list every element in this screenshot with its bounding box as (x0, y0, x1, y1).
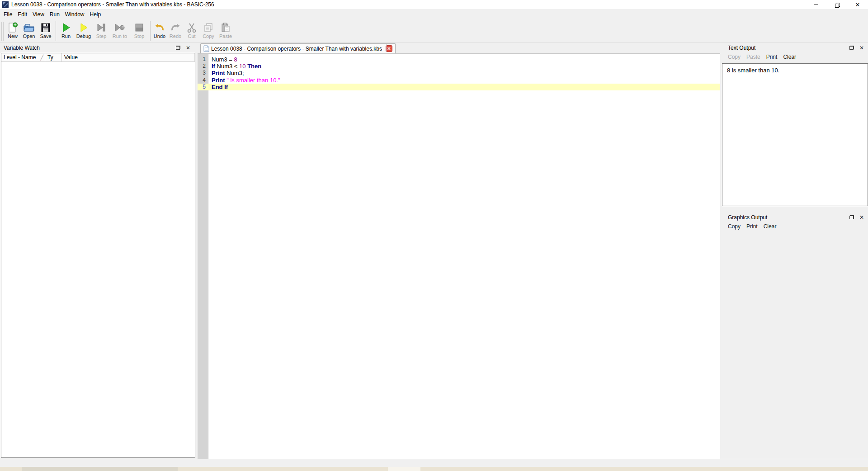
window-title: Lesson 0038 - Comparison operators - Sma… (11, 1, 214, 8)
step-icon (96, 21, 107, 33)
taskbar-active-segment (388, 467, 420, 471)
run-label: Run (61, 33, 71, 39)
open-folder-icon (23, 21, 35, 33)
graphics-output-clear-button[interactable]: Clear (764, 223, 777, 230)
copy-button: Copy (200, 20, 217, 42)
text-output-print-button[interactable]: Print (766, 54, 778, 60)
line-number: 3 (198, 70, 208, 76)
undo-label: Undo (154, 33, 165, 39)
text-output-content[interactable]: 8 is smaller than 10. (722, 63, 868, 206)
variable-watch-float-button[interactable] (175, 44, 182, 51)
cut-button: Cut (184, 20, 200, 42)
column-header-level-name[interactable]: Level - Name╱ (1, 53, 45, 61)
status-bar (0, 459, 868, 467)
close-icon: ✕ (859, 45, 864, 51)
cut-icon (187, 21, 197, 33)
code-line-4[interactable]: 4Print " is smaller than 10." (198, 77, 720, 84)
editor-tab-label: Lesson 0038 - Comparison operators - Sma… (211, 46, 382, 52)
app-logo-icon (2, 1, 9, 8)
undo-icon (154, 21, 165, 33)
line-number: 5 (198, 84, 208, 90)
graphics-output-copy-button[interactable]: Copy (728, 223, 741, 230)
close-button[interactable]: ✕ (847, 0, 868, 9)
open-button[interactable]: Open (21, 20, 37, 42)
text-output-title: Text Output (728, 45, 755, 51)
variable-watch-table: Level - Name╱TyValue (1, 53, 195, 458)
run-icon (61, 21, 71, 33)
text-output-float-button[interactable] (848, 44, 855, 51)
column-header-value[interactable]: Value (62, 53, 195, 61)
float-icon (176, 46, 180, 50)
menu-bar: FileEditViewRunWindowHelp (0, 9, 868, 19)
text-output-close-button[interactable]: ✕ (858, 44, 865, 51)
taskbar-strip[interactable] (0, 467, 868, 471)
menu-view[interactable]: View (30, 10, 47, 19)
debug-label: Debug (76, 33, 91, 39)
code-line-1[interactable]: 1Num3 = 8 (198, 56, 720, 63)
graphics-output-print-button[interactable]: Print (746, 223, 758, 230)
restore-button[interactable] (826, 0, 847, 9)
run-to-label: Run to (113, 33, 127, 39)
menu-window[interactable]: Window (62, 10, 87, 19)
copy-icon (203, 21, 214, 33)
redo-icon (170, 21, 181, 33)
paste-icon (220, 21, 231, 33)
code-text: End If (208, 84, 228, 90)
line-number: 4 (198, 77, 208, 84)
close-icon: ✕ (859, 215, 864, 220)
debug-button[interactable]: Debug (75, 20, 93, 42)
tab-bar-divider (387, 44, 387, 52)
float-icon (849, 46, 854, 50)
menu-help[interactable]: Help (87, 10, 104, 19)
code-text: Print " is smaller than 10." (208, 77, 280, 84)
run-button[interactable]: Run (57, 20, 75, 42)
line-number: 1 (198, 56, 208, 63)
code-lines: 1Num3 = 82If Num3 < 10 Then3Print Num3;4… (198, 56, 720, 90)
text-output-titlebar[interactable]: Text Output ✕ (722, 43, 868, 53)
title-bar: Lesson 0038 - Comparison operators - Sma… (0, 0, 868, 9)
toolbar: NewOpenSaveRunDebugStepRun toStopUndoRed… (0, 19, 868, 43)
close-icon: ✕ (387, 46, 391, 51)
line-number: 2 (198, 63, 208, 70)
new-button[interactable]: New (5, 20, 21, 42)
toolbar-drag-handle[interactable] (1, 22, 4, 41)
code-line-5[interactable]: 5End If (198, 84, 720, 90)
window-controls: ✕ (806, 0, 868, 9)
code-line-3[interactable]: 3Print Num3; (198, 70, 720, 76)
text-output-copy-button: Copy (728, 54, 741, 60)
editor-tab[interactable]: Lesson 0038 - Comparison operators - Sma… (200, 43, 396, 53)
variable-watch-title: Variable Watch (4, 45, 40, 51)
graphics-output-panel: Graphics Output ✕ CopyPrintClear (722, 212, 868, 459)
toolbar-separator (150, 21, 151, 41)
save-button[interactable]: Save (37, 20, 54, 42)
graphics-output-close-button[interactable]: ✕ (858, 214, 865, 221)
stop-icon (134, 21, 145, 33)
code-text: If Num3 < 10 Then (208, 63, 261, 70)
paste-label: Paste (219, 33, 232, 39)
sort-ascending-icon: ╱ (40, 55, 43, 61)
menu-edit[interactable]: Edit (15, 10, 30, 19)
code-line-2[interactable]: 2If Num3 < 10 Then (198, 63, 720, 70)
redo-label: Redo (170, 33, 181, 39)
graphics-output-buttons: CopyPrintClear (728, 223, 776, 230)
menu-file[interactable]: File (1, 10, 15, 19)
minimize-button[interactable] (806, 0, 826, 9)
debug-icon (79, 21, 89, 33)
variable-watch-titlebar[interactable]: Variable Watch ✕ (0, 43, 196, 53)
cut-label: Cut (188, 33, 195, 39)
open-label: Open (23, 33, 35, 39)
graphics-output-float-button[interactable] (848, 214, 855, 221)
copy-label: Copy (203, 33, 214, 39)
code-area[interactable]: 1Num3 = 82If Num3 < 10 Then3Print Num3;4… (198, 53, 720, 459)
restore-icon (835, 3, 839, 7)
stop-button: Stop (130, 20, 149, 42)
toolbar-separator (56, 21, 56, 41)
undo-button[interactable]: Undo (152, 20, 167, 42)
menu-run[interactable]: Run (47, 10, 62, 19)
taskbar-segment (22, 467, 178, 471)
graphics-output-titlebar[interactable]: Graphics Output ✕ (722, 212, 868, 222)
column-header-ty[interactable]: Ty (45, 53, 62, 61)
variable-watch-close-button[interactable]: ✕ (184, 44, 192, 51)
editor-tab-bar: Lesson 0038 - Comparison operators - Sma… (198, 43, 720, 53)
text-output-clear-button[interactable]: Clear (783, 54, 796, 60)
